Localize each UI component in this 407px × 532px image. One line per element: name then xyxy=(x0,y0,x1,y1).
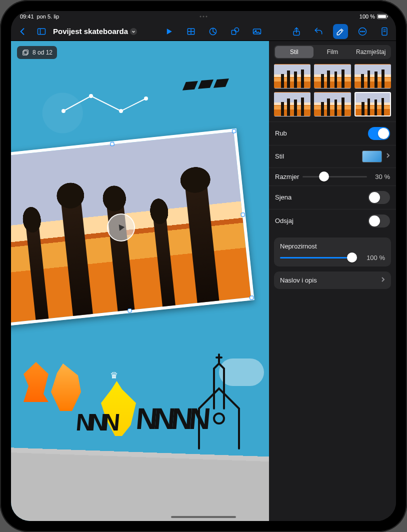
inspector-tab-bar: Stil Film Razmještaj xyxy=(274,45,391,59)
document-title[interactable]: Povijest skateboarda xyxy=(53,27,137,36)
svg-marker-2 xyxy=(167,28,172,34)
svg-point-22 xyxy=(62,109,66,113)
scale-label: Razmjer xyxy=(275,173,302,180)
undo-button[interactable] xyxy=(311,24,326,39)
svg-point-15 xyxy=(364,31,365,32)
svg-rect-0 xyxy=(38,28,46,34)
tab-film[interactable]: Film xyxy=(314,46,352,58)
style-preset-6[interactable] xyxy=(354,92,391,116)
insert-chart-button[interactable] xyxy=(206,24,220,39)
style-preset-1[interactable] xyxy=(274,64,310,88)
slide-canvas[interactable]: ▰▰▰ ♛ NNN NNNN xyxy=(11,41,269,521)
insert-table-button[interactable] xyxy=(184,24,198,39)
shadow-row: Sjena xyxy=(269,186,396,209)
shadow-toggle[interactable] xyxy=(368,191,390,204)
constellation-doodle xyxy=(61,91,151,121)
title-desc-label: Naslov i opis xyxy=(280,276,381,284)
home-indicator[interactable] xyxy=(171,516,236,518)
svg-point-24 xyxy=(119,109,123,113)
tab-style[interactable]: Stil xyxy=(275,46,314,58)
chevron-right-icon xyxy=(386,152,390,160)
svg-line-19 xyxy=(64,96,91,111)
scale-row: Razmjer 30 % xyxy=(269,168,396,186)
video-object[interactable] xyxy=(11,128,254,326)
svg-line-21 xyxy=(121,98,146,111)
opacity-slider[interactable] xyxy=(280,257,357,258)
multitask-dots[interactable] xyxy=(200,16,208,18)
document-options-button[interactable] xyxy=(377,24,392,39)
chevron-down-icon xyxy=(130,28,137,35)
border-style-preview xyxy=(362,150,382,162)
svg-rect-30 xyxy=(24,50,28,54)
svg-rect-31 xyxy=(23,51,28,56)
slide-counter-text: 8 od 12 xyxy=(32,49,52,56)
svg-point-13 xyxy=(360,31,362,32)
status-battery-text: 100 % xyxy=(360,14,375,20)
scale-value: 30 % xyxy=(367,173,390,180)
more-button[interactable] xyxy=(355,24,370,39)
scale-slider[interactable] xyxy=(302,176,367,178)
svg-marker-29 xyxy=(119,224,125,230)
style-preset-5[interactable] xyxy=(314,92,350,116)
shadow-label: Sjena xyxy=(275,194,368,201)
chevron-right-icon xyxy=(381,276,385,284)
play-presentation-button[interactable] xyxy=(162,24,176,39)
status-bar: 09:41 pon 5. lip 100 % xyxy=(11,11,396,22)
toolbar-center-group xyxy=(162,24,264,39)
opacity-label: Neprozirnost xyxy=(280,242,385,250)
style-presets-grid xyxy=(269,62,396,122)
graffiti-zigzag-1: NNN xyxy=(75,408,118,436)
format-inspector-panel: Stil Film Razmještaj Rub St xyxy=(269,41,396,521)
svg-line-20 xyxy=(91,96,121,111)
slide-counter[interactable]: 8 od 12 xyxy=(17,46,57,59)
insert-media-button[interactable] xyxy=(250,24,264,39)
svg-point-23 xyxy=(89,94,93,98)
battery-icon xyxy=(377,14,387,19)
graffiti-church xyxy=(189,354,249,454)
ipad-frame: 09:41 pon 5. lip 100 % Povijest skateboa… xyxy=(0,0,407,532)
toolbar-right-group xyxy=(289,24,392,39)
border-toggle[interactable] xyxy=(368,127,390,140)
back-button[interactable] xyxy=(15,24,30,39)
format-inspector-button[interactable] xyxy=(333,24,348,39)
reflection-toggle[interactable] xyxy=(368,214,390,228)
title-desc-block: Naslov i opis xyxy=(274,272,391,289)
svg-point-26 xyxy=(214,414,224,424)
document-title-text: Povijest skateboarda xyxy=(53,27,128,36)
status-date: pon 5. lip xyxy=(37,14,60,20)
sidebar-toggle-button[interactable] xyxy=(34,24,49,39)
border-label: Rub xyxy=(275,130,368,137)
border-row: Rub xyxy=(269,122,396,145)
reflection-row: Odsjaj xyxy=(269,209,396,232)
style-preset-3[interactable] xyxy=(354,64,391,88)
stack-icon xyxy=(22,48,30,56)
svg-point-25 xyxy=(144,96,148,100)
graffiti-crown: ♛ xyxy=(110,370,118,381)
tab-arrange[interactable]: Razmještaj xyxy=(352,46,390,58)
style-label: Stil xyxy=(275,152,362,160)
content-area: ▰▰▰ ♛ NNN NNNN xyxy=(11,41,396,521)
graffiti-scribble: ▰▰▰ xyxy=(182,69,230,96)
opacity-block: Neprozirnost 100 % xyxy=(274,238,391,266)
style-preset-2[interactable] xyxy=(314,64,350,88)
opacity-value: 100 % xyxy=(362,254,385,262)
screen: 09:41 pon 5. lip 100 % Povijest skateboa… xyxy=(11,11,396,521)
top-toolbar: Povijest skateboarda xyxy=(11,22,396,41)
style-row[interactable]: Stil xyxy=(269,145,396,168)
style-preset-4[interactable] xyxy=(274,92,310,116)
insert-shape-button[interactable] xyxy=(228,24,242,39)
status-time: 09:41 xyxy=(20,14,34,20)
title-desc-row[interactable]: Naslov i opis xyxy=(274,272,391,289)
share-button[interactable] xyxy=(289,24,304,39)
svg-point-8 xyxy=(234,28,238,32)
svg-point-14 xyxy=(362,31,363,32)
reflection-label: Odsjaj xyxy=(275,217,368,224)
